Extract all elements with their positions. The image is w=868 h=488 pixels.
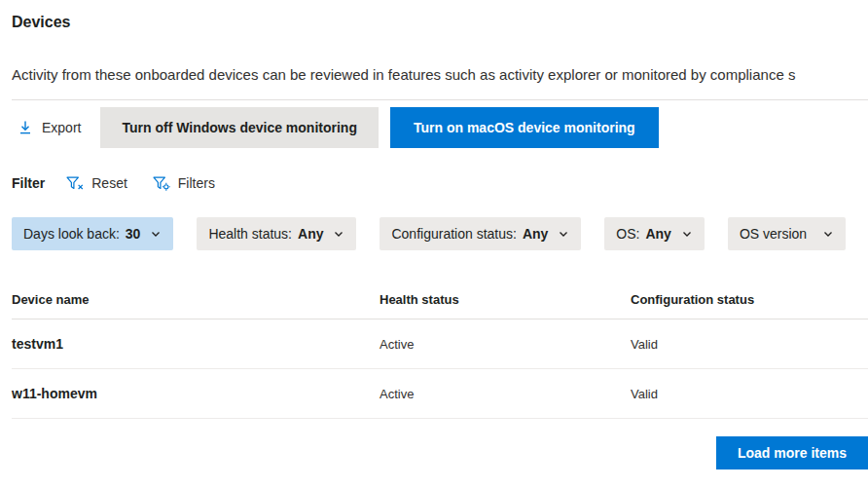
cell-device-name: testvm1 [12, 336, 380, 352]
devices-page: Devices Activity from these onboarded de… [0, 14, 868, 469]
turn-off-windows-monitoring-button[interactable]: Turn off Windows device monitoring [100, 107, 379, 148]
cell-configuration-status: Valid [631, 387, 868, 401]
chevron-down-icon [333, 228, 344, 240]
pill-label: OS version [740, 226, 807, 242]
filter-pill-os-version[interactable]: OS version [728, 217, 846, 250]
devices-table: Device name Health status Configuration … [12, 280, 868, 419]
filter-pill-configuration-status[interactable]: Configuration status: Any [380, 217, 581, 250]
pill-label: Days look back: [23, 226, 120, 242]
chevron-down-icon [150, 228, 162, 240]
filter-pill-days-look-back[interactable]: Days look back: 30 [12, 217, 173, 250]
reset-label: Reset [91, 175, 127, 191]
pill-value: Any [298, 226, 323, 242]
filters-label: Filters [178, 175, 215, 191]
pill-value: Any [645, 226, 670, 242]
filter-label: Filter [12, 175, 45, 191]
table-header-health-status[interactable]: Health status [380, 292, 631, 307]
export-label: Export [42, 120, 81, 135]
chevron-down-icon [558, 228, 569, 240]
table-row[interactable]: w11-homevm Active Valid [12, 369, 868, 419]
download-icon [18, 120, 33, 135]
filter-pill-os[interactable]: OS: Any [604, 217, 705, 250]
filter-pill-health-status[interactable]: Health status: Any [197, 217, 356, 250]
filter-settings-icon [153, 176, 170, 191]
reset-filters-button[interactable]: Reset [66, 175, 127, 191]
page-title: Devices [12, 14, 868, 31]
chevron-down-icon [822, 228, 834, 240]
pill-label: Health status: [208, 226, 292, 242]
export-button[interactable]: Export [12, 107, 94, 148]
divider [12, 99, 868, 100]
pill-value: Any [523, 226, 548, 242]
turn-on-macos-monitoring-button[interactable]: Turn on macOS device monitoring [390, 107, 659, 148]
table-row[interactable]: testvm1 Active Valid [12, 319, 868, 369]
pill-label: OS: [616, 226, 639, 242]
load-more-items-button[interactable]: Load more items [716, 436, 868, 469]
pill-value: 30 [126, 226, 141, 242]
table-header-row: Device name Health status Configuration … [12, 280, 868, 319]
clear-filter-icon [66, 176, 84, 191]
cell-configuration-status: Valid [631, 337, 868, 352]
filter-bar: Filter Reset Filters [12, 173, 868, 193]
cell-device-name: w11-homevm [12, 386, 380, 401]
table-header-configuration-status[interactable]: Configuration status [631, 292, 868, 307]
pill-label: Configuration status: [391, 226, 516, 242]
cell-health-status: Active [380, 337, 631, 352]
filters-button[interactable]: Filters [153, 175, 215, 191]
table-footer: Load more items [12, 436, 868, 469]
toolbar: Export Turn off Windows device monitorin… [12, 107, 868, 148]
cell-health-status: Active [380, 387, 631, 401]
table-header-device-name[interactable]: Device name [12, 292, 380, 307]
chevron-down-icon [681, 228, 693, 240]
page-description: Activity from these onboarded devices ca… [12, 64, 868, 86]
filter-pills-row: Days look back: 30 Health status: Any Co… [12, 217, 868, 250]
